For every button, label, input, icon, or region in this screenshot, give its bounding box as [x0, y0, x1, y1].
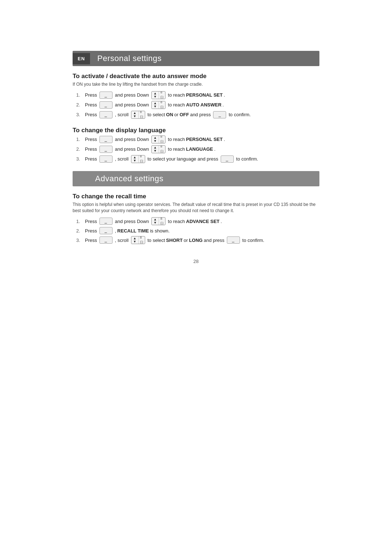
step-num: 1.	[76, 218, 85, 225]
step-num: 3.	[76, 155, 85, 163]
nav-button: ⎯	[99, 236, 113, 244]
step-num: 2.	[76, 101, 85, 109]
nav-button: ⎯	[99, 136, 113, 143]
scroll-button: ▲▼8⾅	[131, 155, 145, 163]
step-3: 3. Press ⎯ , scroll ▲▼8⾅ to select SHORT…	[76, 236, 319, 244]
step-content: Press ⎯ , scroll ▲▼8⾅ to select SHORT or…	[85, 236, 264, 244]
recall-time-title: To change the recall time	[73, 193, 319, 200]
step-num: 1.	[76, 92, 85, 99]
step-content: Press ⎯ and press Down ▲▼8⾅ to reach PER…	[85, 135, 225, 143]
recall-time-section: To change the recall time This option is…	[73, 193, 319, 244]
step-1: 1. Press ⎯ and press Down ▲▼8⾅ to reach …	[76, 91, 319, 99]
step-1: 1. Press ⎯ and press Down ▲▼8⾅ to reach …	[76, 135, 319, 143]
nav-button: ⎯	[99, 227, 113, 234]
step-content: Press ⎯ and press Down ▲▼8⾅ to reach ADV…	[85, 217, 222, 225]
step-content: Press ⎯ and press Down ▲▼8⾅ to reach PER…	[85, 91, 225, 99]
personal-settings-header: EN Personal settings	[73, 51, 319, 66]
auto-answer-title: To activate / deactivate the auto answer…	[73, 73, 319, 80]
display-language-steps: 1. Press ⎯ and press Down ▲▼8⾅ to reach …	[76, 135, 319, 163]
nav-button: ⎯	[99, 92, 113, 99]
scroll-button: ▲▼8⾅	[151, 91, 166, 99]
advanced-settings-header: Advanced settings	[73, 171, 319, 186]
scroll-button: ▲▼8⾅	[131, 236, 145, 244]
step-content: Press ⎯ and press Down ▲▼8⾅ to reach LAN…	[85, 145, 216, 153]
step-1: 1. Press ⎯ and press Down ▲▼8⾅ to reach …	[76, 217, 319, 225]
recall-time-steps: 1. Press ⎯ and press Down ▲▼8⾅ to reach …	[76, 217, 319, 244]
step-3: 3. Press ⎯ , scroll ▲▼8⾅ to select ON or…	[76, 111, 319, 119]
step-num: 2.	[76, 146, 85, 153]
scroll-button: ▲▼8⾅	[151, 145, 166, 153]
step-2: 2. Press ⎯ , RECALL TIME is shown.	[76, 227, 319, 234]
lang-badge: EN	[73, 53, 90, 64]
nav-button: ⎯	[221, 155, 234, 163]
step-num: 1.	[76, 136, 85, 143]
advanced-settings-title: Advanced settings	[73, 171, 171, 186]
display-language-title: To change the display language	[73, 127, 319, 134]
display-language-section: To change the display language 1. Press …	[73, 127, 319, 163]
nav-button: ⎯	[99, 101, 113, 109]
step-num: 3.	[76, 111, 85, 118]
step-num: 3.	[76, 237, 85, 244]
page: EN Personal settings To activate / deact…	[0, 0, 392, 555]
nav-button: ⎯	[99, 111, 113, 118]
page-number: 28	[73, 259, 319, 264]
auto-answer-subtitle: If ON you take the line by lifting the h…	[73, 81, 319, 88]
scroll-button: ▲▼8⾅	[131, 111, 145, 119]
scroll-button: ▲▼8⾅	[151, 217, 166, 225]
nav-button: ⎯	[213, 111, 226, 118]
step-3: 3. Press ⎯ , scroll ▲▼8⾅ to select your …	[76, 155, 319, 163]
nav-button: ⎯	[227, 236, 240, 244]
content-area: EN Personal settings To activate / deact…	[73, 51, 319, 264]
personal-settings-title: Personal settings	[90, 51, 169, 66]
auto-answer-steps: 1. Press ⎯ and press Down ▲▼8⾅ to reach …	[76, 91, 319, 119]
nav-button: ⎯	[99, 218, 113, 225]
step-2: 2. Press ⎯ and press Down ▲▼8⾅ to reach …	[76, 101, 319, 109]
step-content: Press ⎯ , RECALL TIME is shown.	[85, 227, 170, 234]
auto-answer-section: To activate / deactivate the auto answer…	[73, 73, 319, 119]
recall-time-subtitle: This option is helpful when using operat…	[73, 202, 319, 214]
scroll-button: ▲▼8⾅	[151, 135, 166, 143]
step-content: Press ⎯ , scroll ▲▼8⾅ to select your lan…	[85, 155, 258, 163]
step-num: 2.	[76, 227, 85, 235]
step-2: 2. Press ⎯ and press Down ▲▼8⾅ to reach …	[76, 145, 319, 153]
scroll-button: ▲▼8⾅	[151, 101, 166, 109]
step-content: Press ⎯ and press Down ▲▼8⾅ to reach AUT…	[85, 101, 224, 109]
nav-button: ⎯	[99, 155, 113, 163]
step-content: Press ⎯ , scroll ▲▼8⾅ to select ON or OF…	[85, 111, 251, 119]
nav-button: ⎯	[99, 146, 113, 153]
